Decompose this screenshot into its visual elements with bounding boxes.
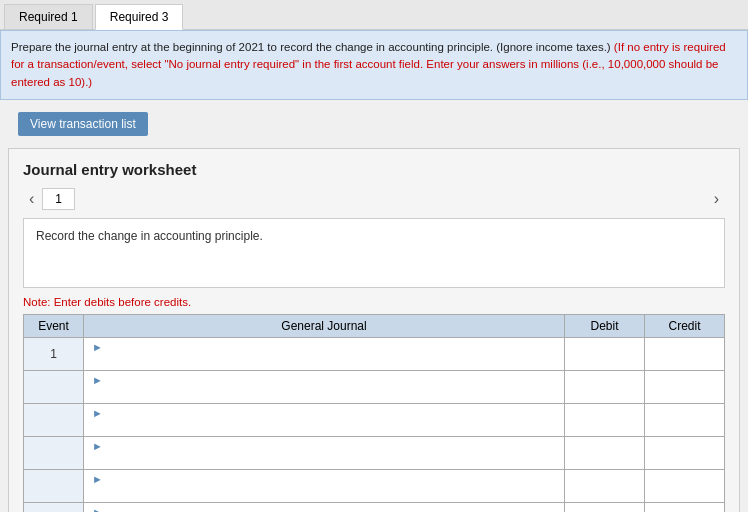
description-text: Record the change in accounting principl…: [36, 229, 263, 243]
general-journal-cell-2[interactable]: ►: [84, 370, 565, 403]
credit-cell-4[interactable]: [645, 436, 725, 469]
worksheet-container: Journal entry worksheet ‹ 1 › Record the…: [8, 148, 740, 512]
credit-cell-3[interactable]: [645, 403, 725, 436]
event-cell-1: 1: [24, 337, 84, 370]
col-header-credit: Credit: [645, 314, 725, 337]
credit-input-5[interactable]: [649, 479, 720, 493]
credit-cell-2[interactable]: [645, 370, 725, 403]
event-cell-3: [24, 403, 84, 436]
debit-input-3[interactable]: [569, 413, 640, 427]
instruction-main-text: Prepare the journal entry at the beginni…: [11, 41, 611, 53]
col-header-event: Event: [24, 314, 84, 337]
blue-arrow-icon: ►: [92, 506, 103, 512]
credit-input-1[interactable]: [649, 347, 720, 361]
blue-arrow-icon: ►: [92, 473, 103, 485]
blue-arrow-icon: ►: [92, 440, 103, 452]
worksheet-title: Journal entry worksheet: [23, 161, 725, 178]
general-journal-input-4[interactable]: [92, 453, 560, 467]
nav-row: ‹ 1 ›: [23, 188, 725, 210]
next-page-button[interactable]: ›: [708, 188, 725, 210]
col-header-general-journal: General Journal: [84, 314, 565, 337]
event-cell-2: [24, 370, 84, 403]
debit-cell-6[interactable]: [565, 502, 645, 512]
debit-cell-3[interactable]: [565, 403, 645, 436]
event-cell-6: [24, 502, 84, 512]
tabs-bar: Required 1 Required 3: [0, 0, 748, 30]
debit-cell-2[interactable]: [565, 370, 645, 403]
debit-input-2[interactable]: [569, 380, 640, 394]
journal-table: Event General Journal Debit Credit 1 ► ►: [23, 314, 725, 512]
general-journal-cell-3[interactable]: ►: [84, 403, 565, 436]
debit-cell-5[interactable]: [565, 469, 645, 502]
credit-input-4[interactable]: [649, 446, 720, 460]
blue-arrow-icon: ►: [92, 341, 103, 353]
credit-input-2[interactable]: [649, 380, 720, 394]
event-cell-5: [24, 469, 84, 502]
tab-required3[interactable]: Required 3: [95, 4, 184, 30]
view-transaction-button[interactable]: View transaction list: [18, 112, 148, 136]
debit-input-4[interactable]: [569, 446, 640, 460]
table-row: ►: [24, 403, 725, 436]
prev-page-button[interactable]: ‹: [23, 188, 40, 210]
page-tab[interactable]: 1: [42, 188, 75, 210]
table-row: ►: [24, 469, 725, 502]
debit-cell-4[interactable]: [565, 436, 645, 469]
debit-cell-1[interactable]: [565, 337, 645, 370]
table-row: ►: [24, 502, 725, 512]
general-journal-cell-6[interactable]: ►: [84, 502, 565, 512]
general-journal-cell-1[interactable]: ►: [84, 337, 565, 370]
debit-input-1[interactable]: [569, 347, 640, 361]
description-box: Record the change in accounting principl…: [23, 218, 725, 288]
credit-cell-1[interactable]: [645, 337, 725, 370]
blue-arrow-icon: ►: [92, 407, 103, 419]
blue-arrow-icon: ►: [92, 374, 103, 386]
credit-cell-6[interactable]: [645, 502, 725, 512]
table-row: 1 ►: [24, 337, 725, 370]
col-header-debit: Debit: [565, 314, 645, 337]
table-row: ►: [24, 436, 725, 469]
general-journal-cell-4[interactable]: ►: [84, 436, 565, 469]
event-cell-4: [24, 436, 84, 469]
general-journal-cell-5[interactable]: ►: [84, 469, 565, 502]
tab-required1[interactable]: Required 1: [4, 4, 93, 29]
general-journal-input-1[interactable]: [92, 354, 560, 368]
note-text: Note: Enter debits before credits.: [23, 296, 725, 308]
table-row: ►: [24, 370, 725, 403]
general-journal-input-2[interactable]: [92, 387, 560, 401]
instruction-box: Prepare the journal entry at the beginni…: [0, 30, 748, 100]
credit-cell-5[interactable]: [645, 469, 725, 502]
general-journal-input-3[interactable]: [92, 420, 560, 434]
credit-input-3[interactable]: [649, 413, 720, 427]
debit-input-5[interactable]: [569, 479, 640, 493]
general-journal-input-5[interactable]: [92, 486, 560, 500]
